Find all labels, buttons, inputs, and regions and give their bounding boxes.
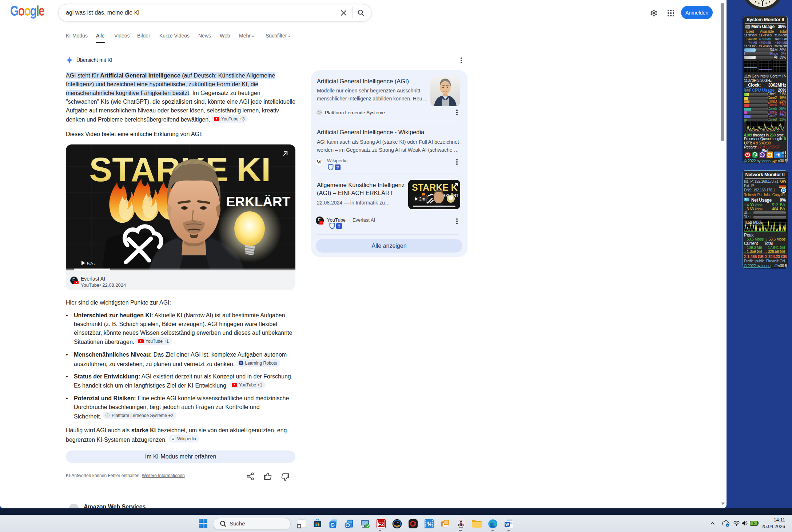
svg-text:R: R bbox=[240, 361, 242, 365]
svg-text:6: 6 bbox=[761, 0, 764, 3]
svg-text:57s: 57s bbox=[87, 261, 95, 266]
svg-text:FZ: FZ bbox=[378, 521, 385, 527]
svg-text:?: ? bbox=[336, 165, 339, 170]
svg-text:4.52 Mbps: 4.52 Mbps bbox=[745, 220, 763, 225]
svg-text:W: W bbox=[171, 437, 175, 441]
svg-text:2m: 2m bbox=[419, 196, 425, 202]
svg-text:W: W bbox=[505, 522, 509, 527]
svg-text:KI: KI bbox=[236, 151, 271, 188]
svg-text:STARKE K: STARKE K bbox=[412, 182, 458, 192]
svg-text:intel: intel bbox=[745, 88, 750, 92]
svg-text:i: i bbox=[727, 524, 728, 527]
svg-text:?: ? bbox=[338, 224, 340, 229]
